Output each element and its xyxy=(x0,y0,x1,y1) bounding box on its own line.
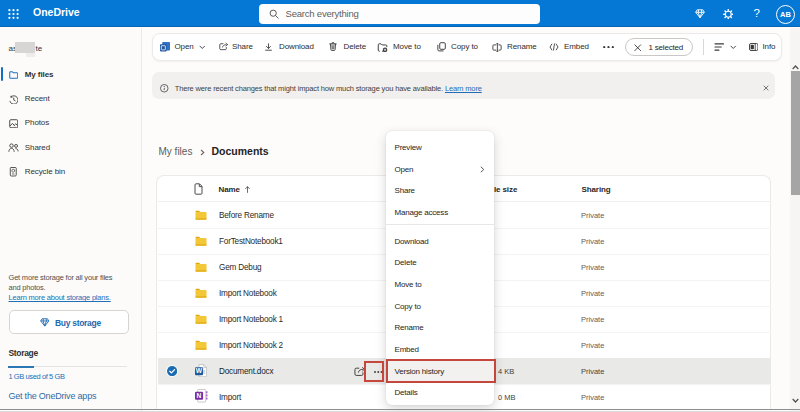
svg-text:N: N xyxy=(197,392,202,399)
svg-text:W: W xyxy=(195,367,202,374)
